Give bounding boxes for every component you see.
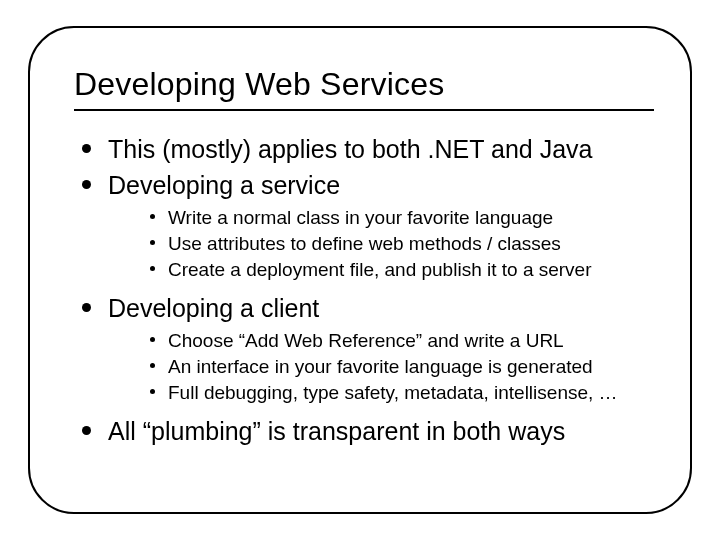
sub-list-item-text: Use attributes to define web methods / c… — [168, 233, 561, 254]
sub-list-item: An interface in your favorite language i… — [148, 354, 654, 379]
sub-list-item-text: Create a deployment file, and publish it… — [168, 259, 592, 280]
sub-list-item-text: Choose “Add Web Reference” and write a U… — [168, 330, 564, 351]
sub-list-item-text: An interface in your favorite language i… — [168, 356, 593, 377]
sub-list-item-text: Write a normal class in your favorite la… — [168, 207, 553, 228]
sub-list-item: Use attributes to define web methods / c… — [148, 231, 654, 256]
sub-list-item: Full debugging, type safety, metadata, i… — [148, 380, 654, 405]
list-item: Developing a client Choose “Add Web Refe… — [78, 292, 654, 405]
list-item-text: All “plumbing” is transparent in both wa… — [108, 417, 565, 445]
sub-list-item: Create a deployment file, and publish it… — [148, 257, 654, 282]
sub-list-item: Write a normal class in your favorite la… — [148, 205, 654, 230]
slide: Developing Web Services This (mostly) ap… — [0, 0, 720, 540]
list-item: All “plumbing” is transparent in both wa… — [78, 415, 654, 447]
title-underline — [74, 109, 654, 111]
list-item-text: Developing a service — [108, 171, 340, 199]
bullet-list: This (mostly) applies to both .NET and J… — [74, 133, 654, 447]
sub-list: Write a normal class in your favorite la… — [108, 205, 654, 282]
list-item-text: Developing a client — [108, 294, 319, 322]
list-item: Developing a service Write a normal clas… — [78, 169, 654, 282]
slide-title: Developing Web Services — [74, 66, 654, 103]
sub-list-item-text: Full debugging, type safety, metadata, i… — [168, 382, 618, 403]
list-item: This (mostly) applies to both .NET and J… — [78, 133, 654, 165]
slide-frame: Developing Web Services This (mostly) ap… — [28, 26, 692, 514]
sub-list-item: Choose “Add Web Reference” and write a U… — [148, 328, 654, 353]
sub-list: Choose “Add Web Reference” and write a U… — [108, 328, 654, 405]
list-item-text: This (mostly) applies to both .NET and J… — [108, 135, 592, 163]
